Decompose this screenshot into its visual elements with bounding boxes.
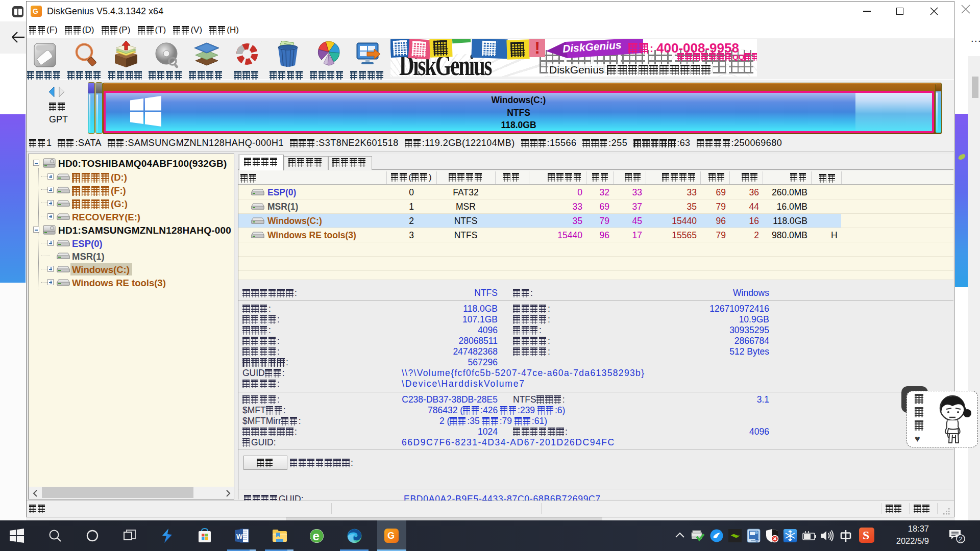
svg-text:2: 2	[959, 535, 963, 543]
svg-text:intel: intel	[755, 539, 760, 542]
svg-text:W: W	[236, 533, 243, 540]
svg-text:e: e	[313, 529, 320, 543]
